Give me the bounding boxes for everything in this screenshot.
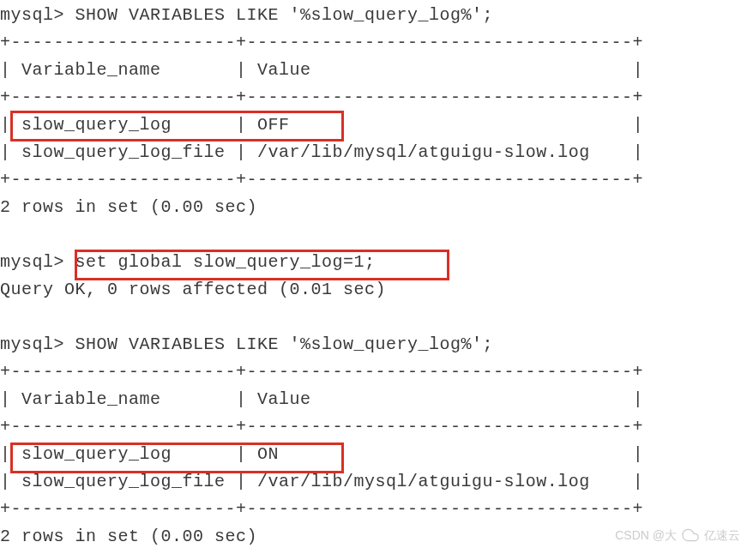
variable-cell: slow_query_log (21, 115, 172, 135)
value-cell: OFF (257, 115, 290, 135)
header-variable: Variable_name (21, 60, 161, 80)
header-value: Value (257, 389, 311, 409)
variable-cell: slow_query_log (21, 444, 172, 464)
value-cell: /var/lib/mysql/atguigu-slow.log (257, 472, 590, 491)
variable-cell: slow_query_log_file (21, 142, 226, 162)
table-row: | slow_query_log_file | /var/lib/mysql/a… (0, 139, 747, 166)
result-line: 2 rows in set (0.00 sec) (0, 194, 747, 221)
table-divider: +---------------------+-----------------… (0, 413, 747, 441)
table-header: | Variable_name | Value | (0, 386, 747, 413)
header-variable: Variable_name (21, 389, 161, 409)
value-cell: ON (257, 444, 279, 464)
result-line: Query OK, 0 rows affected (0.01 sec) (0, 276, 747, 304)
query1-command-line: mysql> SHOW VARIABLES LIKE '%slow_query_… (0, 2, 747, 29)
value-cell: /var/lib/mysql/atguigu-slow.log (257, 142, 590, 162)
table-header: | Variable_name | Value | (0, 57, 747, 84)
table-row: | slow_query_log | OFF | (0, 111, 747, 139)
prompt: mysql> (0, 334, 64, 354)
blank-line (0, 304, 747, 331)
table-divider: +---------------------+-----------------… (0, 29, 747, 57)
prompt: mysql> (0, 252, 64, 272)
table-divider: +---------------------+-----------------… (0, 166, 747, 194)
terminal-output: mysql> SHOW VARIABLES LIKE '%slow_query_… (0, 2, 747, 551)
prompt: mysql> (0, 5, 64, 25)
table-row: | slow_query_log | ON | (0, 441, 747, 468)
blank-line (0, 221, 747, 249)
table-divider: +---------------------+-----------------… (0, 84, 747, 111)
watermark: CSDN @大 亿速云 (615, 526, 740, 545)
cloud-icon (682, 527, 699, 544)
variable-cell: slow_query_log_file (21, 472, 226, 491)
table-row: | slow_query_log_file | /var/lib/mysql/a… (0, 468, 747, 496)
watermark-text1: CSDN @大 (615, 526, 677, 545)
header-value: Value (257, 60, 311, 80)
sql-command: SHOW VARIABLES LIKE '%slow_query_log%'; (75, 5, 494, 25)
watermark-text2: 亿速云 (704, 526, 740, 545)
table-divider: +---------------------+-----------------… (0, 496, 747, 523)
query2-command-line: mysql> set global slow_query_log=1; (0, 249, 747, 276)
table-divider: +---------------------+-----------------… (0, 358, 747, 386)
sql-command: SHOW VARIABLES LIKE '%slow_query_log%'; (75, 334, 494, 354)
query3-command-line: mysql> SHOW VARIABLES LIKE '%slow_query_… (0, 331, 747, 358)
sql-command: set global slow_query_log=1; (75, 252, 376, 272)
